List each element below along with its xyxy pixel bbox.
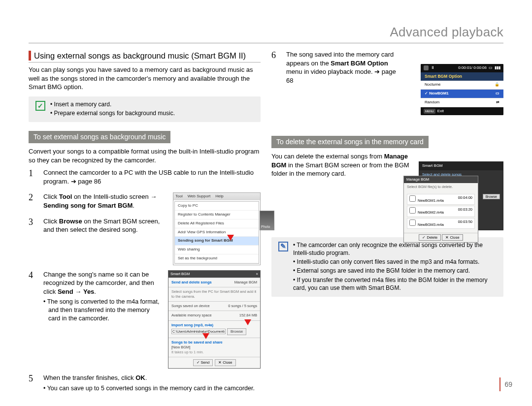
- section-heading: Using external songs as background music…: [29, 50, 261, 62]
- step-number: 2: [29, 192, 36, 202]
- cam-menu-row-selected: ✓ NewBGM1▭: [421, 90, 503, 98]
- step-2-text: Click Tool on the Intelli-studio screen …: [43, 192, 168, 210]
- dialog-title: Smart BGM: [170, 272, 190, 277]
- row-checkbox[interactable]: [409, 219, 416, 226]
- accent-bar: [29, 51, 31, 61]
- page-header: Advanced playback: [29, 24, 503, 43]
- cam-menu-row: Random⇄: [421, 98, 503, 107]
- exit-label: Exit: [437, 109, 444, 114]
- section-title: Using external songs as background music…: [34, 50, 246, 61]
- info-note-list: The camcorder can only recognize the ext…: [293, 241, 498, 293]
- step-5: 5 When the transfer finishes, click OK. …: [29, 374, 261, 392]
- page-number: 69: [499, 377, 512, 391]
- sub-heading-delete: To delete the external songs in the memo…: [271, 136, 429, 148]
- menu-row: Register to Contents Manager: [175, 211, 259, 219]
- menu-help: Help: [215, 194, 223, 199]
- info-icon: ✎: [278, 242, 288, 251]
- smart-bgm-dialog-figure: Smart BGM× Send and delete songs Manage …: [168, 270, 261, 369]
- menu-row: Web sharing: [175, 246, 259, 254]
- step-number: 3: [29, 217, 36, 236]
- step-3-text: Click Browse on the Smart BGM screen, an…: [43, 217, 168, 234]
- info-note-item: External songs are saved into the BGM fo…: [293, 267, 498, 275]
- page-ref: page 86: [78, 178, 101, 185]
- checkbox-icon: ✓: [35, 101, 45, 111]
- dialog-desc: Select songs from the PC for Smart BGM a…: [168, 287, 260, 301]
- page-title: Advanced playback: [29, 24, 503, 41]
- row-checkbox[interactable]: [409, 207, 416, 214]
- prep-note-box: ✓ Insert a memory card. Prepare external…: [29, 96, 261, 122]
- step-4: 4 Change the song's name so it can be re…: [29, 270, 261, 369]
- info-note-item: Intelli-studio can only convert files sa…: [293, 258, 498, 266]
- browse-button[interactable]: Browse: [227, 328, 246, 335]
- row-checkbox[interactable]: [409, 195, 416, 202]
- step-4-text: Change the song's name so it can be reco…: [43, 270, 163, 296]
- info-note-item: The camcorder can only recognize the ext…: [293, 241, 498, 257]
- list-item: NewBGM1.m4a00:04:00: [407, 194, 475, 205]
- time-label: 0:00:01/ 0:00:06: [458, 65, 487, 71]
- step-5-bullet: You can save up to 5 converted songs in …: [43, 384, 261, 393]
- step-number: 1: [29, 168, 36, 178]
- pointer-icon: [227, 235, 234, 241]
- send-button[interactable]: ✓ Send: [193, 359, 213, 366]
- info-note-item: If you transfer the converted m4a files …: [293, 276, 498, 292]
- prep-note-item: Insert a memory card.: [50, 100, 175, 108]
- pointer-icon: [202, 333, 209, 339]
- pointer-icon: [244, 319, 251, 325]
- menu-row: Add/ View GPS Information: [175, 228, 259, 237]
- menu-tool: Tool: [175, 194, 183, 199]
- menu-row: Delete All Registered Files: [175, 219, 259, 228]
- manage-bgm-figure: Smart BGM Select and delete songs Browse…: [419, 161, 503, 230]
- step-2-3-block: 2 Click Tool on the Intelli-studio scree…: [29, 192, 261, 265]
- step-5-text: When the transfer finishes, click OK.: [43, 374, 261, 382]
- step-6-text: The song saved into the memory card appe…: [286, 50, 404, 85]
- menu-websupport: Web Support: [188, 194, 211, 199]
- menu-row-highlight: Sending song for Smart BGM: [175, 237, 259, 246]
- front-dialog-title: Manage BGM: [406, 177, 429, 182]
- lock-icon: 🔒: [495, 82, 499, 88]
- path-input[interactable]: [171, 329, 226, 334]
- step-text: Connect the camcorder to a PC with the U…: [43, 169, 254, 185]
- pause-icon: ⏸: [431, 65, 434, 71]
- back-dialog-title: Smart BGM: [419, 162, 503, 170]
- info-note-box: ✎ The camcorder can only recognize the e…: [271, 237, 503, 297]
- list-item: NewBGM3.m4a00:03:50: [407, 218, 475, 229]
- front-desc: Select BGM file(s) to delete.: [404, 183, 478, 191]
- sd-icon: ▭: [496, 91, 499, 96]
- delete-intro: You can delete the external songs from M…: [271, 152, 414, 178]
- step-1: 1 Connect the camcorder to a PC with the…: [29, 168, 261, 187]
- cam-menu-title: Smart BGM Option: [421, 72, 503, 81]
- sub-intro: Convert your songs to a compatible forma…: [29, 147, 261, 164]
- list-item: NewBGM2.m4a00:03:20: [407, 206, 475, 217]
- cam-menu-row: Nocturne🔒: [421, 81, 503, 90]
- menu-row: Set as the background: [175, 254, 259, 263]
- camcorder-menu-figure: ⏸ 0:00:01/ 0:00:06 ▭ ▮▮▮ Smart BGM Optio…: [421, 64, 503, 115]
- sub-heading-set: To set external songs as background musi…: [29, 131, 170, 143]
- battery-icon: ▮▮▮: [495, 65, 500, 71]
- browse-button[interactable]: Browse: [483, 194, 500, 199]
- step-number: 4: [29, 270, 36, 280]
- prep-note-list: Insert a memory card. Prepare external s…: [50, 100, 175, 118]
- step-number: 6: [271, 50, 279, 60]
- step-number: 5: [29, 374, 36, 383]
- tool-menu-figure: Tool Web Support Help Copy to PC Registe…: [173, 192, 261, 265]
- shuffle-icon: ⇄: [496, 100, 499, 105]
- close-button[interactable]: ✕ Close: [215, 359, 235, 366]
- menu-button-icon: MENU: [424, 109, 435, 114]
- close-button[interactable]: ✕ Close: [442, 234, 463, 241]
- step-4-bullet: The song is converted to the m4a format,…: [43, 298, 163, 323]
- prep-note-item: Prepare external songs for background mu…: [50, 109, 175, 117]
- disc-icon: [424, 65, 429, 70]
- left-column: Using external songs as background music…: [29, 50, 261, 398]
- menu-row: Copy to PC: [175, 202, 259, 211]
- section-intro: You can play songs you have saved to a m…: [29, 65, 261, 92]
- step-6: 6 The song saved into the memory card ap…: [271, 50, 404, 87]
- delete-button[interactable]: ✓ Delete: [419, 234, 441, 241]
- sd-icon: ▭: [489, 65, 493, 71]
- close-icon: ×: [256, 272, 258, 277]
